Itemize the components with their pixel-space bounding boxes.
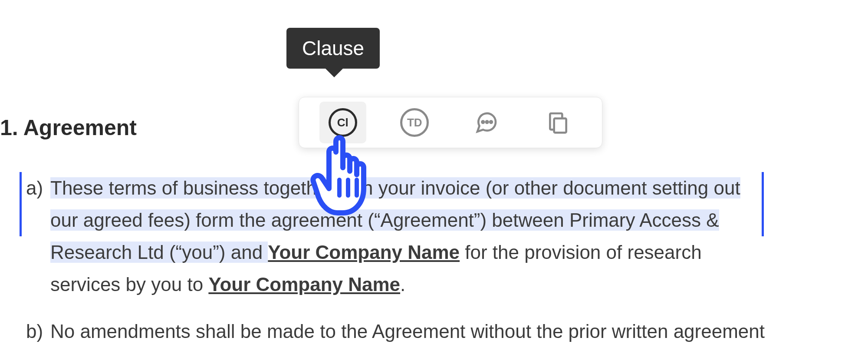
svg-point-1 bbox=[486, 121, 488, 123]
clause-icon: Cl bbox=[329, 108, 357, 137]
clause-b-text: No amendments shall be made to the Agree… bbox=[50, 321, 765, 351]
company-name-placeholder-1[interactable]: Your Company Name bbox=[268, 242, 460, 263]
company-name-placeholder-2[interactable]: Your Company Name bbox=[208, 274, 400, 295]
clause-a-tail: . bbox=[400, 274, 405, 295]
clause-a-label: a) bbox=[26, 172, 50, 204]
tooltip-clause: Clause bbox=[286, 28, 380, 69]
clause-b-label: b) bbox=[26, 315, 50, 348]
copy-icon bbox=[546, 110, 570, 135]
copy-button[interactable] bbox=[535, 102, 582, 143]
clause-a[interactable]: a)These terms of business together with … bbox=[26, 172, 768, 301]
clause-button[interactable]: Cl bbox=[319, 102, 366, 143]
comment-icon bbox=[474, 110, 499, 135]
agreement-body: a)These terms of business together with … bbox=[26, 172, 768, 351]
svg-point-2 bbox=[490, 121, 492, 123]
comment-button[interactable] bbox=[463, 102, 510, 143]
section-heading: 1. Agreement bbox=[0, 115, 137, 140]
term-definition-button[interactable]: TD bbox=[391, 102, 438, 143]
svg-rect-3 bbox=[554, 119, 566, 133]
selection-caret-left bbox=[20, 172, 22, 236]
svg-point-0 bbox=[482, 121, 484, 123]
term-definition-icon: TD bbox=[400, 108, 429, 137]
selection-toolbar: Cl TD bbox=[299, 97, 602, 148]
clause-b[interactable]: b)No amendments shall be made to the Agr… bbox=[26, 315, 768, 351]
